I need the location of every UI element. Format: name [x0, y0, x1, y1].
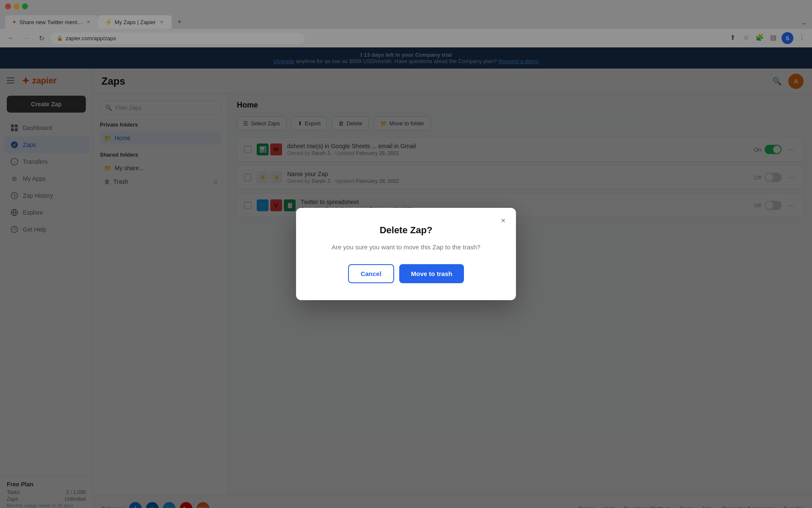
modal-title: Delete Zap?: [313, 225, 499, 236]
modal-close-button[interactable]: ×: [497, 215, 509, 226]
modal-body: Are you sure you want to move this Zap t…: [313, 243, 499, 252]
modal-actions: Cancel Move to trash: [313, 264, 499, 283]
move-to-trash-button[interactable]: Move to trash: [399, 264, 464, 283]
modal-overlay: × Delete Zap? Are you sure you want to m…: [0, 0, 812, 508]
cancel-button[interactable]: Cancel: [348, 264, 394, 283]
delete-modal: × Delete Zap? Are you sure you want to m…: [296, 208, 516, 300]
